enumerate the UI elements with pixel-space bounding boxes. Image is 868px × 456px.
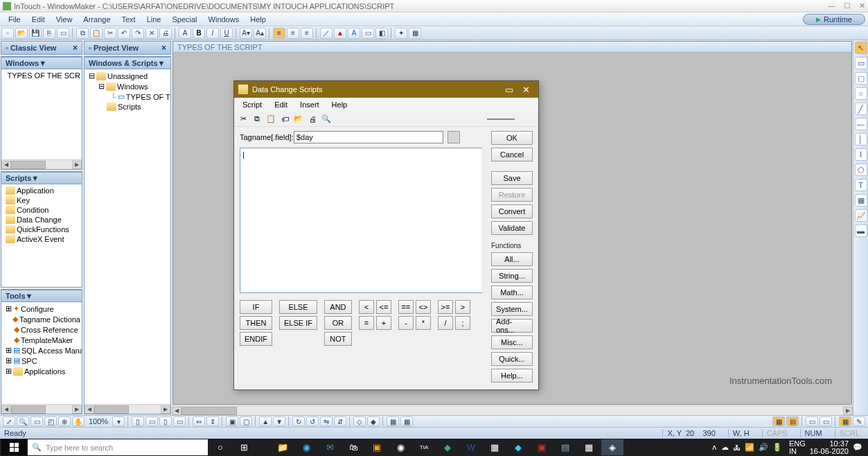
canvas-scrollbar[interactable]: ◀▶	[172, 405, 853, 415]
text-tool-icon[interactable]: T	[855, 179, 867, 191]
dialog-menu-insert[interactable]: Insert	[294, 99, 325, 110]
view-icon[interactable]: ▭	[820, 416, 832, 426]
tb-italic-icon[interactable]: I	[206, 28, 219, 39]
view-icon[interactable]: ▦	[772, 416, 785, 426]
tb-paste-icon[interactable]: 📋	[90, 28, 103, 39]
roundrect-tool-icon[interactable]: ▢	[855, 72, 867, 85]
classic-view-header[interactable]: ▫Classic View×	[1, 42, 82, 55]
ellipse-tool-icon[interactable]: ○	[855, 87, 867, 100]
explorer-icon[interactable]: 📁	[272, 439, 294, 455]
scripts-item[interactable]: Data Change	[3, 215, 80, 225]
tag-icon[interactable]: 🏷	[278, 113, 291, 125]
menu-text[interactable]: Text	[116, 14, 141, 25]
dialog-titlebar[interactable]: Data Change Scripts ▭ ✕	[234, 81, 538, 98]
app-icon[interactable]: ◆	[436, 439, 459, 455]
menu-arrange[interactable]: Arrange	[78, 14, 116, 25]
not-button[interactable]: NOT	[324, 332, 352, 346]
reshape-icon[interactable]: ◇	[353, 416, 366, 426]
grid-icon[interactable]: ▦	[400, 416, 413, 426]
app-icon[interactable]: ▣	[366, 439, 388, 455]
lt-button[interactable]: <	[359, 300, 374, 314]
tray-up-icon[interactable]: ʌ	[712, 443, 717, 452]
menu-file[interactable]: File	[3, 14, 26, 25]
fn-help-button[interactable]: Help...	[491, 369, 533, 383]
cortana-icon[interactable]: ○	[209, 439, 231, 455]
menu-view[interactable]: View	[51, 14, 78, 25]
validate-button[interactable]: Validate	[491, 221, 533, 235]
tools-scrollbar[interactable]: ◀▶	[1, 404, 82, 414]
ok-button[interactable]: OK	[491, 131, 533, 145]
scripts-item[interactable]: QuickFunctions	[3, 225, 80, 234]
app-icon[interactable]: ▦	[578, 439, 600, 455]
notifications-icon[interactable]: 💬	[853, 443, 862, 452]
scripts-item[interactable]: Key	[3, 195, 80, 205]
network-icon[interactable]: 🖧	[733, 444, 741, 452]
windows-panel-header[interactable]: Windows▼	[1, 57, 82, 69]
taskbar-search[interactable]: 🔍 Type here to search	[28, 439, 208, 455]
dialog-menu-help[interactable]: Help	[326, 99, 353, 110]
windows-item[interactable]: TYPES OF THE SCR	[3, 71, 80, 80]
tree-node[interactable]: ⊟Unassigned	[86, 71, 169, 81]
menu-special[interactable]: Special	[166, 14, 202, 25]
fn-addons-button[interactable]: Add-ons...	[491, 319, 533, 333]
fn-quick-button[interactable]: Quick...	[491, 352, 533, 366]
zoom-in-icon[interactable]: ⊕	[58, 416, 71, 426]
bitmap-tool-icon[interactable]: ▦	[855, 194, 867, 207]
tb-open-icon[interactable]: 📂	[15, 28, 28, 39]
or-button[interactable]: OR	[324, 316, 352, 330]
tools-item[interactable]: ⊞▤SQL Access Mana	[3, 345, 80, 356]
chevron-down-icon[interactable]: ▼	[26, 292, 33, 300]
tb-bold-icon[interactable]: B	[193, 28, 205, 39]
dialog-close-icon[interactable]: ✕	[517, 85, 534, 95]
tagname-browse-button[interactable]	[448, 131, 460, 143]
tb-line-color-icon[interactable]: ／	[320, 28, 333, 39]
rotate-icon[interactable]: ↺	[306, 416, 319, 426]
snap-icon[interactable]: ▦	[387, 416, 399, 426]
classic-view-close-icon[interactable]: ×	[73, 43, 78, 53]
system-tray[interactable]: ʌ ☁ 🖧 📶 🔊 🔋 ENG IN 10:37 16-06-2020 💬	[712, 440, 867, 455]
minimize-button[interactable]: —	[828, 1, 835, 10]
tb-underline-icon[interactable]: U	[220, 28, 233, 39]
windows-scrollbar[interactable]: ◀▶	[1, 159, 82, 169]
tree-node[interactable]: Scripts	[86, 102, 169, 112]
tree-node[interactable]: └▭TYPES OF T	[86, 91, 169, 102]
tagname-input[interactable]	[294, 131, 443, 143]
chrome-icon[interactable]: ◉	[389, 439, 411, 455]
app-icon[interactable]: ▦	[484, 439, 506, 455]
menu-line[interactable]: Line	[141, 14, 167, 25]
tb-align-left-icon[interactable]: ≡	[273, 28, 285, 39]
tb-redo-icon[interactable]: ↷	[132, 28, 144, 39]
tb-save-icon[interactable]: 💾	[29, 28, 42, 39]
hline-tool-icon[interactable]: —	[855, 118, 867, 130]
menu-edit[interactable]: Edit	[26, 14, 51, 25]
ge-button[interactable]: >=	[438, 300, 453, 314]
zoom-sel-icon[interactable]: ◰	[44, 416, 57, 426]
ruler-icon[interactable]: ▦	[839, 416, 851, 426]
minus-button[interactable]: -	[398, 316, 414, 330]
tools-item[interactable]: ◆TemplateMaker	[3, 335, 80, 345]
project-view-header[interactable]: ▫Project View×	[85, 42, 170, 55]
tb-transparent-icon[interactable]: ◧	[375, 28, 388, 39]
onedrive-icon[interactable]: ☁	[721, 443, 729, 452]
align-icon[interactable]: ▭	[173, 416, 186, 426]
and-button[interactable]: AND	[324, 300, 352, 314]
fn-math-button[interactable]: Math...	[491, 286, 533, 299]
tools-item[interactable]: ⊞✦Configure	[3, 304, 80, 314]
scripts-item[interactable]: Application	[3, 186, 80, 195]
tia-icon[interactable]: TIA	[413, 439, 435, 455]
tb-window-color-icon[interactable]: ▭	[362, 28, 374, 39]
if-button[interactable]: IF	[240, 300, 272, 314]
back-icon[interactable]: ▼	[273, 416, 285, 426]
tree-node[interactable]: ⊟Windows	[86, 81, 169, 91]
tb-align-right-icon[interactable]: ≡	[301, 28, 313, 39]
start-button[interactable]	[1, 439, 26, 455]
tb-fontsize-down-icon[interactable]: A▾	[240, 28, 252, 39]
zoom-out-icon[interactable]: 🔍	[17, 416, 29, 426]
line-tool-icon[interactable]: ╱	[855, 103, 867, 115]
app-icon[interactable]: ◆	[507, 439, 529, 455]
save-button[interactable]: Save	[491, 171, 533, 185]
store-icon[interactable]: 🛍	[342, 439, 364, 455]
dialog-minimize-icon[interactable]: ▭	[501, 85, 517, 95]
tools-item[interactable]: ⊞Applications	[3, 366, 80, 376]
gt-button[interactable]: >	[455, 300, 470, 314]
